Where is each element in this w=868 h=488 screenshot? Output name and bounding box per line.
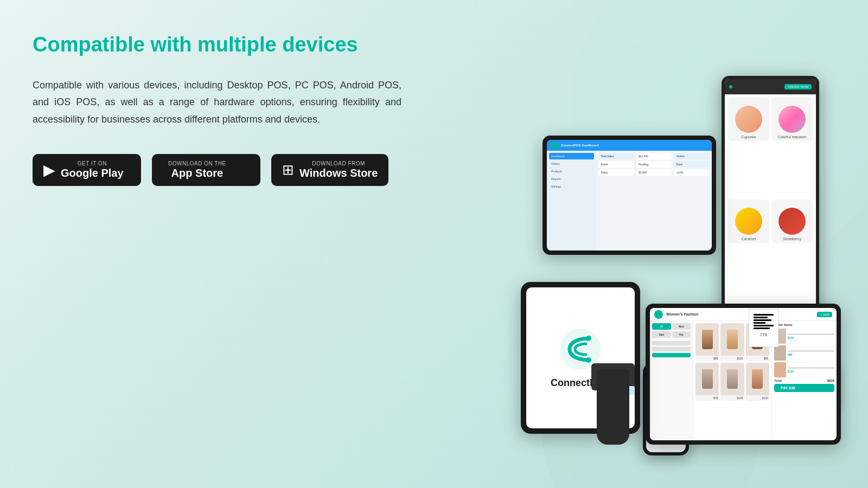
ecom-pay-button[interactable]: PAY 836	[774, 384, 834, 392]
ecom-body: All New Sale Hot	[650, 321, 837, 440]
tablet-cell-3: Orders	[674, 153, 710, 159]
barcode-scanner	[586, 347, 640, 445]
content-area: Compatible with multiple devices Compati…	[33, 33, 423, 186]
tablet-nav-4: Reports	[549, 176, 594, 182]
windows-icon: ⊞	[282, 162, 294, 178]
ecom-order-title: Order Items	[774, 323, 834, 326]
kiosk-food-img-3	[735, 208, 762, 235]
description-text: Compatible with various devices, includi…	[33, 77, 401, 129]
kiosk-food-img-4	[778, 208, 806, 235]
ecom-product-price-4: $78	[695, 395, 719, 401]
ecom-filter-all[interactable]: All	[652, 323, 671, 330]
tablet-pos-logo	[551, 142, 559, 149]
ecom-order-row-2: $89	[774, 345, 834, 361]
ecom-product-img-2	[720, 323, 744, 356]
ecom-sidebar-line-active	[652, 353, 691, 357]
receipt-barcode: 776	[749, 309, 778, 347]
tablet-pos-row-2: Active Pending Done	[598, 161, 710, 168]
tablet-cell-1: Total Sales	[598, 153, 634, 159]
ecom-filter-hot[interactable]: Hot	[672, 331, 691, 338]
ecom-order-img-3	[774, 362, 786, 377]
store-buttons-container: ▶ GET IT ON Google Play Download on the …	[33, 154, 423, 186]
ecom-sidebar-line	[652, 347, 691, 351]
ecom-sidebar: All New Sale Hot	[650, 321, 693, 440]
tablet-cell-9: +12%	[674, 169, 710, 176]
kiosk-food-item-3: Caramel	[728, 200, 769, 243]
kiosk-header-dot	[729, 85, 732, 88]
tablet-pos-screen: ConnectPOS Dashboard Dashboard Orders Pr…	[547, 140, 712, 251]
tablet-cell-8: $2,340	[636, 169, 672, 176]
ecom-filter-sale[interactable]: Sale	[652, 331, 671, 338]
barcode-lines	[751, 312, 776, 331]
ecom-order-price-1: $145	[788, 336, 834, 339]
app-store-large-label: App Store	[168, 166, 226, 179]
barcode-line	[754, 325, 774, 326]
kiosk-food-label-1: Cupcake	[741, 135, 756, 139]
product-figure-6	[752, 369, 763, 389]
ecom-pay-amount: 836	[789, 386, 795, 390]
ecom-header-button[interactable]: + Add	[817, 312, 832, 317]
kiosk-food-label-3: Caramel	[742, 237, 756, 241]
tablet-cell-5: Pending	[636, 161, 672, 168]
tablet-cell-2: $12,450	[636, 153, 672, 159]
tablet-nav-2: Orders	[549, 160, 594, 167]
ecom-order-total-row: Total $836	[774, 379, 834, 382]
app-store-text: Download on the App Store	[168, 160, 226, 179]
google-play-icon: ▶	[43, 161, 55, 179]
ecom-product-price-1: $89	[695, 356, 719, 361]
ecom-store-name: Women's Fashion	[666, 312, 699, 316]
barcode-line	[754, 322, 765, 324]
barcode-line	[754, 314, 774, 316]
windows-store-text: Download from Windows Store	[299, 160, 378, 179]
ecom-product-4: $78	[695, 363, 719, 401]
ecom-filter-new[interactable]: New	[672, 323, 691, 330]
app-store-small-label: Download on the	[168, 160, 226, 166]
ecom-order-price-2: $89	[788, 353, 834, 356]
product-figure-2	[727, 330, 738, 349]
ecom-product-2: $120	[720, 323, 744, 361]
tablet-pos-row-3: Today $2,340 +12%	[598, 169, 710, 176]
kiosk-food-label-4: Strawberry	[783, 237, 801, 241]
ecom-total-label: Total	[774, 379, 782, 382]
tablet-cell-7: Today	[598, 169, 634, 176]
scanner-body	[597, 369, 629, 445]
barcode-number: 776	[751, 332, 776, 337]
ecom-total-value: $836	[827, 379, 834, 382]
ecom-sidebar-line	[652, 341, 691, 345]
ecom-product-1: $89	[695, 323, 719, 361]
kiosk-food-img-1	[735, 106, 762, 133]
ecom-filter-row-2: Sale Hot	[652, 331, 691, 338]
ecom-filter-row-1: All New	[652, 323, 691, 330]
tablet-pos-row-1: Total Sales $12,450 Orders	[598, 153, 710, 159]
ecom-order-list: Order Items $145	[771, 321, 837, 440]
ecom-product-price-3: $95	[746, 356, 769, 361]
kiosk-food-item-4: Strawberry	[771, 200, 813, 243]
ecom-product-img-1	[695, 323, 719, 356]
app-store-button[interactable]: Download on the App Store	[152, 154, 260, 186]
ecom-product-price-2: $120	[720, 356, 744, 361]
product-figure-1	[702, 330, 713, 349]
ecom-product-6: $110	[746, 363, 769, 401]
ecom-product-price-5: $145	[720, 395, 744, 401]
kiosk-header-btn: ORDER NOW	[784, 84, 812, 89]
google-play-small-label: GET IT ON	[61, 160, 124, 166]
windows-store-button[interactable]: ⊞ Download from Windows Store	[271, 154, 388, 186]
tablet-pos-body: Dashboard Orders Products Reports Settin…	[547, 151, 712, 251]
windows-store-large-label: Windows Store	[299, 166, 378, 179]
tablet-pos-title: ConnectPOS Dashboard	[561, 144, 599, 147]
google-play-text: GET IT ON Google Play	[61, 160, 124, 179]
ecom-order-row-1: $145	[774, 329, 834, 344]
tablet-cell-4: Active	[598, 161, 634, 168]
ecom-order-img-2	[774, 345, 786, 361]
tablet-nav-5: Settings	[549, 183, 594, 190]
barcode-line	[754, 319, 771, 321]
title-highlight: multiple devices	[197, 33, 358, 56]
tablet-pos-sidebar: Dashboard Orders Products Reports Settin…	[547, 151, 596, 251]
ecom-product-price-6: $110	[746, 395, 769, 401]
ecom-product-img-6	[746, 363, 769, 395]
kiosk-food-img-2	[778, 106, 806, 133]
ecom-order-footer: Total $836 PAY 836	[774, 379, 834, 392]
tablet-pos-header: ConnectPOS Dashboard	[547, 140, 712, 151]
ecom-product-img-4	[695, 363, 719, 395]
google-play-button[interactable]: ▶ GET IT ON Google Play	[33, 154, 141, 186]
